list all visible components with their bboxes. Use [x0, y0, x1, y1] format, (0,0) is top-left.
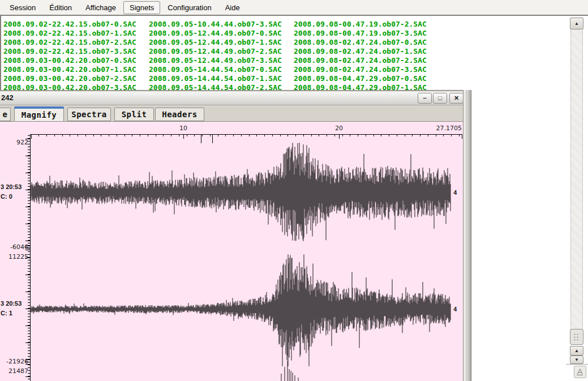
- axis-label: -6046: [10, 243, 28, 251]
- file-entry[interactable]: 2008.09.08-02.47.24.ob07-0.SAC: [294, 38, 427, 46]
- maximize-button[interactable]: □: [433, 93, 447, 104]
- tab-split[interactable]: Split: [114, 108, 154, 121]
- axis-label: 27.1705: [436, 125, 462, 132]
- file-entry[interactable]: 2008.09.05-12.44.49.ob07-3.SAC: [149, 56, 282, 65]
- axis-label: 21487: [8, 367, 28, 375]
- file-entry[interactable]: 2008.09.02-22.42.15.ob07-2.SAC: [3, 38, 136, 46]
- menu-item-affichage[interactable]: Affichage: [79, 1, 122, 14]
- scroll-up-button[interactable]: ▲: [570, 18, 583, 29]
- trace-channel-label: C: 1: [1, 310, 12, 316]
- scrollbar-thumb[interactable]: [570, 329, 583, 345]
- menu-item-session[interactable]: Session: [3, 1, 42, 14]
- axis-label: 10: [179, 125, 187, 132]
- viewer-titlebar[interactable]: 242 – □ ✕: [0, 92, 463, 105]
- main-scrollbar[interactable]: ▲ ▲ ▼: [570, 18, 583, 364]
- seismogram-trace-2: [281, 361, 298, 381]
- scroll-step-down-button[interactable]: ▼: [570, 356, 583, 364]
- file-entry[interactable]: 2008.09.05-12.44.49.ob07-1.SAC: [149, 38, 282, 46]
- file-entry[interactable]: 2008.09.08-02.47.24.ob07-1.SAC: [294, 47, 427, 55]
- axis-label: 11225: [8, 253, 28, 260]
- file-entry[interactable]: 2008.09.02-22.42.15.ob07-0.SAC: [3, 20, 136, 28]
- down-arrow-icon: ▼: [574, 357, 579, 362]
- file-entry[interactable]: 2008.09.08-04.47.29.ob07-0.SAC: [294, 74, 427, 83]
- axis-label: -21926: [6, 358, 28, 365]
- file-entry[interactable]: 2008.09.08-00.47.19.ob07-2.SAC: [294, 20, 427, 28]
- file-entry[interactable]: 2008.09.05-12.44.49.ob07-0.SAC: [149, 29, 282, 37]
- scroll-step-up-button[interactable]: ▲: [570, 346, 583, 356]
- maximize-icon: □: [438, 95, 442, 101]
- annotation-tool-button[interactable]: [574, 366, 586, 378]
- menu-item-dition[interactable]: Édition: [43, 1, 78, 14]
- tab-spectra[interactable]: Spectra: [67, 108, 111, 121]
- seismogram-canvas[interactable]: 102027.1705922-604611225-219262148744: [0, 122, 463, 381]
- axis-label: 4: [453, 189, 457, 196]
- viewer-window-title: 242: [1, 93, 14, 102]
- menu-bar: SessionÉditionAffichageSignetsConfigurat…: [0, 0, 588, 15]
- file-entry[interactable]: 2008.09.08-02.47.24.ob07-2.SAC: [294, 56, 427, 65]
- statusbar-divider: [566, 364, 588, 365]
- file-entry[interactable]: 2008.09.05-14.44.54.ob07-1.SAC: [149, 74, 282, 83]
- file-entry[interactable]: 2008.09.03-00.42.20.ob07-0.SAC: [3, 56, 136, 65]
- file-entry[interactable]: 2008.09.08-02.47.24.ob07-3.SAC: [294, 65, 427, 74]
- axis-label: 20: [335, 125, 343, 132]
- up-arrow-icon: ▲: [574, 21, 579, 26]
- minimize-icon: –: [423, 95, 426, 101]
- minimize-button[interactable]: –: [418, 93, 432, 104]
- axis-label: 922: [16, 139, 28, 146]
- file-entry[interactable]: 2008.09.05-12.44.49.ob07-2.SAC: [149, 47, 282, 55]
- tab-e[interactable]: e: [0, 108, 11, 121]
- trace-time-label: 3 20:53: [1, 183, 22, 190]
- close-button[interactable]: ✕: [449, 93, 463, 104]
- up-arrow-icon: ▲: [574, 348, 579, 353]
- trace-time-label: 3 20:53: [1, 300, 22, 307]
- viewer-tabbar: eMagnifySpectraSplitHeaders: [0, 105, 463, 122]
- annotation-tool-icon: [576, 368, 585, 376]
- file-entry[interactable]: 2008.09.05-10.44.44.ob07-3.SAC: [149, 20, 282, 28]
- seismogram-plot[interactable]: 102027.1705922-604611225-219262148744 3 …: [0, 122, 463, 381]
- file-entry[interactable]: 2008.09.03-00.42.20.ob07-1.SAC: [3, 65, 136, 74]
- seismogram-trace-0: [31, 143, 450, 241]
- menu-item-configuration[interactable]: Configuration: [161, 1, 217, 14]
- file-entry[interactable]: 2008.09.03-00.42.20.ob07-2.SAC: [3, 74, 136, 83]
- file-entry[interactable]: 2008.09.02-22.42.15.ob07-1.SAC: [3, 29, 136, 37]
- tab-magnify[interactable]: Magnify: [14, 106, 64, 122]
- viewer-window-right-frame: [463, 90, 471, 381]
- file-entry[interactable]: 2008.09.02-22.42.15.ob07-3.SAC: [3, 47, 136, 55]
- menu-item-signets[interactable]: Signets: [123, 1, 160, 14]
- close-icon: ✕: [454, 95, 459, 101]
- file-entry[interactable]: 2008.09.08-00.47.19.ob07-3.SAC: [294, 29, 427, 37]
- file-entry[interactable]: 2008.09.05-14.44.54.ob07-0.SAC: [149, 65, 282, 74]
- scrollbar-track[interactable]: [570, 29, 583, 329]
- seismogram-trace-1: [31, 254, 450, 366]
- trace-channel-label: C: 0: [1, 193, 12, 200]
- tab-headers[interactable]: Headers: [155, 108, 204, 121]
- menu-item-aide[interactable]: Aide: [219, 1, 246, 14]
- axis-label: 4: [453, 306, 457, 313]
